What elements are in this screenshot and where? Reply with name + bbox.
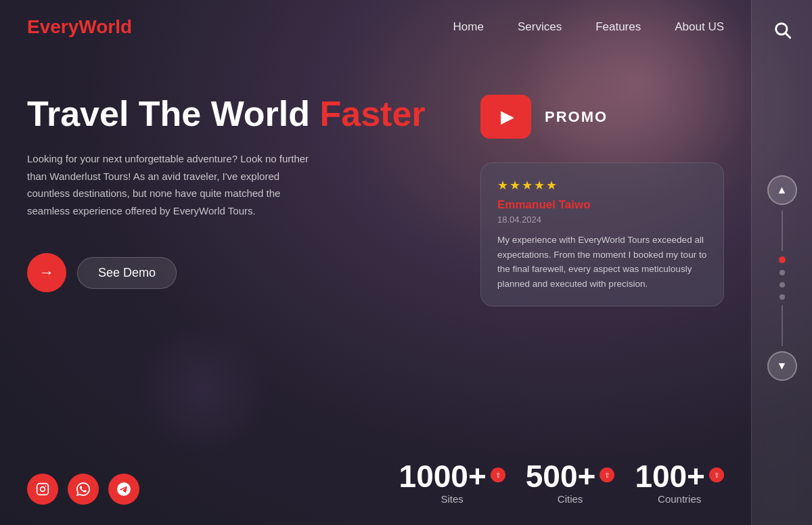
stat-sites-value-row: 1000+ ⇧ [399, 461, 505, 492]
sidebar-dot-2[interactable] [780, 270, 785, 275]
stat-cities-arrow: ⇧ [600, 467, 614, 482]
content-row: Travel The World Faster Looking for your… [27, 81, 724, 440]
stat-cities: 500+ ⇧ Cities [526, 461, 615, 505]
promo-box: ▶ PROMO [480, 95, 724, 139]
left-content: Travel The World Faster Looking for your… [27, 81, 453, 440]
nav-links: Home Services Features About US [453, 20, 724, 34]
nav-link-services[interactable]: Services [518, 20, 562, 33]
stat-cities-value: 500+ [526, 461, 596, 492]
play-icon: ▶ [501, 106, 514, 127]
stat-sites-arrow: ⇧ [491, 467, 505, 482]
nav-item-home[interactable]: Home [453, 20, 484, 34]
svg-line-1 [786, 33, 790, 37]
sidebar-dots [779, 256, 786, 300]
stat-countries-value: 100+ [635, 461, 705, 492]
stat-sites-value: 1000+ [399, 461, 487, 492]
logo-part1: Every [27, 16, 78, 37]
stat-sites-label: Sites [441, 493, 463, 505]
promo-label: PROMO [545, 108, 608, 126]
review-card: ★★★★★ Emmanuel Taiwo 18.04.2024 My exper… [480, 162, 724, 306]
stat-countries-label: Countries [658, 493, 701, 505]
sidebar-navigation: ▲ ▼ [752, 44, 812, 511]
review-text: My experience with EveryWorld Tours exce… [497, 233, 707, 291]
navbar: EveryWorld Home Services Features About … [0, 0, 751, 54]
svg-rect-2 [37, 484, 49, 495]
scroll-up-button[interactable]: ▲ [767, 175, 797, 205]
reviewer-name: Emmanuel Taiwo [497, 198, 707, 212]
nav-link-about[interactable]: About US [675, 20, 724, 33]
promo-play-button[interactable]: ▶ [480, 95, 531, 139]
stat-cities-value-row: 500+ ⇧ [526, 461, 615, 492]
stat-cities-label: Cities [558, 493, 583, 505]
sidebar-line-bottom [782, 305, 783, 346]
svg-point-4 [45, 486, 47, 487]
demo-button[interactable]: → See Demo [27, 253, 177, 292]
sidebar-line-top [782, 210, 783, 251]
stat-countries-value-row: 100+ ⇧ [635, 461, 724, 492]
hero-title-accent: Faster [319, 94, 425, 133]
stat-countries: 100+ ⇧ Countries [635, 461, 724, 505]
search-icon[interactable] [773, 20, 792, 44]
nav-link-home[interactable]: Home [453, 20, 484, 33]
sidebar-dot-1[interactable] [779, 256, 786, 263]
demo-label[interactable]: See Demo [77, 257, 177, 289]
hero-description: Looking for your next unforgettable adve… [27, 150, 325, 219]
demo-arrow-circle[interactable]: → [27, 253, 66, 292]
nav-item-features[interactable]: Features [595, 20, 641, 34]
main-content: Travel The World Faster Looking for your… [0, 54, 751, 525]
whatsapp-icon[interactable] [68, 474, 99, 505]
review-stars: ★★★★★ [497, 178, 707, 193]
right-sidebar: ▲ ▼ [751, 0, 812, 525]
sidebar-dot-4[interactable] [780, 294, 785, 300]
bottom-row: 1000+ ⇧ Sites 500+ ⇧ Cities 100+ ⇧ Count… [27, 461, 724, 505]
logo: EveryWorld [27, 16, 132, 38]
stat-countries-arrow: ⇧ [709, 467, 724, 482]
svg-point-3 [41, 487, 45, 492]
sidebar-dot-3[interactable] [780, 282, 785, 288]
arrow-right-icon: → [39, 264, 54, 281]
nav-item-about[interactable]: About US [675, 20, 724, 34]
nav-item-services[interactable]: Services [518, 20, 562, 34]
stat-sites: 1000+ ⇧ Sites [399, 461, 505, 505]
stats-section: 1000+ ⇧ Sites 500+ ⇧ Cities 100+ ⇧ Count… [399, 461, 724, 505]
social-icons [27, 474, 139, 505]
review-date: 18.04.2024 [497, 214, 707, 225]
right-content: ▶ PROMO ★★★★★ Emmanuel Taiwo 18.04.2024 … [480, 81, 724, 440]
hero-title-main: Travel The World [27, 94, 319, 133]
instagram-icon[interactable] [27, 474, 58, 505]
logo-part2: World [78, 16, 132, 37]
hero-title: Travel The World Faster [27, 95, 453, 133]
nav-link-features[interactable]: Features [595, 20, 641, 33]
telegram-icon[interactable] [108, 474, 139, 505]
scroll-down-button[interactable]: ▼ [767, 351, 797, 381]
